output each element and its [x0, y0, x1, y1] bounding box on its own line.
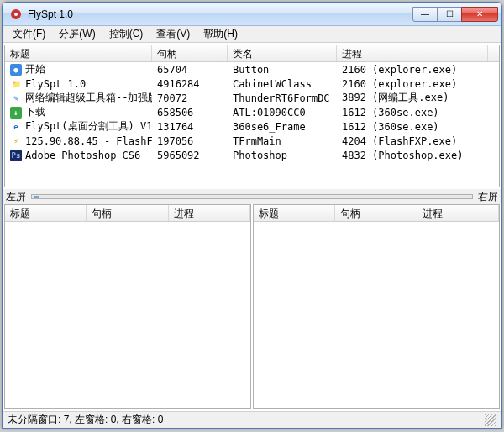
row-process: 3892 (网编工具.exe)	[337, 91, 488, 105]
top-list-header: 标题 句柄 类名 进程	[5, 45, 499, 62]
row-title: FlySpt 1.0	[25, 78, 86, 90]
table-row[interactable]: ↓下载658506ATL:01090CC01612 (360se.exe)	[5, 105, 499, 119]
col-handle[interactable]: 句柄	[87, 205, 168, 221]
row-title: 网络编辑超级工具箱--加强版…	[25, 91, 152, 105]
maximize-button[interactable]: ☐	[437, 7, 462, 22]
col-title[interactable]: 标题	[5, 205, 87, 221]
row-class: Button	[228, 64, 337, 76]
table-row[interactable]: PsAdobe Photoshop CS65965092Photoshop483…	[5, 148, 499, 162]
table-row[interactable]: ✎网络编辑超级工具箱--加强版…70072ThunderRT6FormDC389…	[5, 91, 499, 105]
top-listview[interactable]: 标题 句柄 类名 进程 ●开始65704Button2160 (explorer…	[4, 45, 500, 187]
row-handle: 70072	[152, 92, 228, 104]
menu-control[interactable]: 控制(C)	[102, 25, 150, 43]
col-process[interactable]: 进程	[169, 205, 250, 221]
table-row[interactable]: ⚡125.90.88.45 - FlashFXP197056TFrmMain42…	[5, 134, 499, 148]
menu-file[interactable]: 文件(F)	[6, 25, 52, 43]
row-process: 1612 (360se.exe)	[337, 121, 488, 133]
right-listview[interactable]: 标题 句柄 进程	[253, 204, 500, 409]
window-title: FlySpt 1.0	[28, 8, 413, 20]
table-row[interactable]: 📁FlySpt 1.04916284CabinetWClass2160 (exp…	[5, 76, 499, 91]
minimize-button[interactable]: —	[412, 7, 438, 22]
col-title[interactable]: 标题	[5, 45, 152, 61]
titlebar[interactable]: FlySpt 1.0 — ☐ ✕	[3, 3, 501, 26]
row-title: FlySpt(桌面分割工具) V1.0 …	[25, 119, 152, 134]
left-list-header: 标题 句柄 进程	[5, 205, 250, 222]
menu-view[interactable]: 查看(V)	[150, 25, 197, 43]
close-button[interactable]: ✕	[461, 7, 498, 22]
resize-grip-icon[interactable]	[485, 414, 496, 426]
row-process: 4832 (Photoshop.exe)	[337, 150, 488, 161]
top-list-body: ●开始65704Button2160 (explorer.exe)📁FlySpt…	[5, 62, 499, 162]
row-title: 125.90.88.45 - FlashFXP	[25, 135, 152, 147]
row-class: ATL:01090CC0	[228, 107, 337, 119]
row-class: ThunderRT6FormDC	[228, 92, 337, 104]
tool-icon: ✎	[10, 92, 22, 104]
table-row[interactable]: ●开始65704Button2160 (explorer.exe)	[5, 62, 499, 76]
app-window: FlySpt 1.0 — ☐ ✕ 文件(F) 分屏(W) 控制(C) 查看(V)…	[2, 2, 502, 429]
browser-icon: e	[10, 121, 22, 133]
row-process: 1612 (360se.exe)	[337, 107, 488, 119]
right-list-header: 标题 句柄 进程	[254, 205, 499, 222]
left-screen-label: 左屏	[6, 190, 26, 204]
table-row[interactable]: eFlySpt(桌面分割工具) V1.0 …131764360se6_Frame…	[5, 119, 499, 134]
row-process: 2160 (explorer.exe)	[337, 78, 488, 90]
bottom-panes: 标题 句柄 进程 标题 句柄 进程	[4, 204, 500, 409]
col-class[interactable]: 类名	[228, 45, 337, 61]
col-handle[interactable]: 句柄	[335, 205, 417, 221]
statusbar: 未分隔窗口: 7, 左窗格: 0, 右窗格: 0	[3, 411, 501, 428]
col-process[interactable]: 进程	[417, 205, 499, 221]
row-process: 2160 (explorer.exe)	[337, 64, 488, 76]
status-text: 未分隔窗口: 7, 左窗格: 0, 右窗格: 0	[8, 413, 163, 427]
row-handle: 5965092	[152, 150, 228, 161]
row-title: 下载	[25, 105, 45, 119]
download-icon: ↓	[10, 107, 22, 119]
col-process[interactable]: 进程	[337, 45, 488, 61]
menubar: 文件(F) 分屏(W) 控制(C) 查看(V) 帮助(H)	[3, 26, 501, 43]
menu-split[interactable]: 分屏(W)	[52, 25, 102, 43]
row-class: 360se6_Frame	[228, 121, 337, 133]
ps-icon: Ps	[10, 150, 22, 161]
divider-slider[interactable]	[31, 194, 473, 199]
row-handle: 658506	[152, 107, 228, 119]
ftp-icon: ⚡	[10, 135, 22, 147]
row-title: 开始	[25, 62, 45, 76]
screen-divider: 左屏 右屏	[3, 189, 501, 204]
svg-point-1	[14, 13, 18, 16]
folder-icon: 📁	[10, 78, 22, 90]
row-handle: 131764	[152, 121, 228, 133]
row-class: CabinetWClass	[228, 78, 337, 90]
row-process: 4204 (FlashFXP.exe)	[337, 135, 488, 147]
row-handle: 197056	[152, 135, 228, 147]
app-icon	[9, 8, 23, 21]
window-controls: — ☐ ✕	[413, 7, 498, 22]
row-class: TFrmMain	[228, 135, 337, 147]
menu-help[interactable]: 帮助(H)	[197, 25, 244, 43]
row-handle: 4916284	[152, 78, 228, 90]
row-title: Adobe Photoshop CS6	[25, 150, 140, 161]
row-class: Photoshop	[228, 150, 337, 161]
left-listview[interactable]: 标题 句柄 进程	[4, 204, 251, 409]
start-icon: ●	[10, 64, 22, 76]
right-screen-label: 右屏	[478, 190, 498, 204]
col-handle[interactable]: 句柄	[152, 45, 228, 61]
col-title[interactable]: 标题	[254, 205, 335, 221]
row-handle: 65704	[152, 64, 228, 76]
